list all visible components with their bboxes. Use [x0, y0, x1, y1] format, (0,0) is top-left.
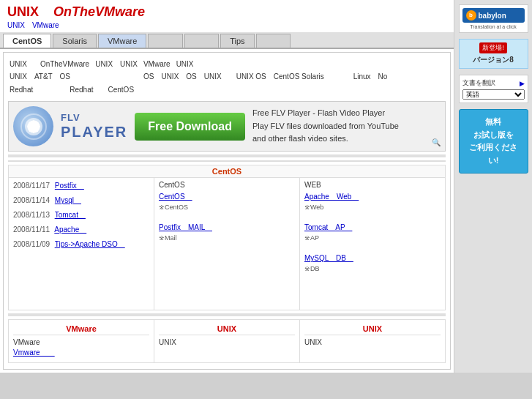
intro-row1: UNIX OnTheVMware UNIX UNIX VMware UNIX: [10, 59, 444, 70]
babylon-title: babylon: [479, 12, 506, 20]
breadcrumb-unix[interactable]: UNIX: [7, 21, 25, 29]
entry-postfix: 2008/11/17 Postfix: [13, 181, 149, 191]
breadcrumb-vmware[interactable]: VMware: [32, 21, 59, 29]
page-header: UNIX OnTheVMware UNIX VMware: [0, 0, 454, 32]
content-area: UNIX OnTheVMware UNIX UNIX VMware UNIX U…: [3, 52, 451, 370]
banner-desc-line2: Play FLV files downloaded from YouTube: [252, 120, 399, 133]
link-apache-web[interactable]: Apache Web: [304, 192, 441, 202]
trial-line1: 無料: [462, 116, 525, 129]
centos-section: [8, 160, 446, 162]
col3-entry-apache: Apache Web ※Web: [304, 192, 441, 211]
main-title: UNIX: [7, 4, 39, 20]
translate-widget: 文書を翻訳 ▶ 英語: [459, 75, 528, 103]
link-apache[interactable]: Apache: [54, 225, 86, 234]
tab-tips[interactable]: Tips: [220, 34, 254, 48]
date-mysql: 2008/11/14: [13, 196, 50, 204]
tab-centos[interactable]: CentOS: [3, 34, 51, 48]
centos-table: CentOS 2008/11/17 Postfix 2008/11/14 Mys…: [8, 165, 446, 310]
centos-col1: 2008/11/17 Postfix 2008/11/14 Mysql 2008…: [9, 178, 154, 310]
bottom-col2: UNIX UNIX: [154, 320, 300, 362]
flv-text: FLV PLAYER: [61, 113, 127, 139]
tag-db: ※DB: [304, 265, 320, 272]
trial-line2: お試し版を: [462, 129, 525, 142]
col3-entry-tomcat: Tomcat AP ※AP: [304, 223, 441, 242]
site-title: UNIX OnTheVMware: [7, 4, 446, 20]
link-postfix[interactable]: Postfix: [55, 182, 84, 190]
bottom-section: VMware VMware Vmware UNIX UNIX UNIX UNIX: [8, 319, 446, 363]
banner-desc-line1: Free FLV Player - Flash Video Player: [252, 107, 399, 120]
centos-header: CentOS: [9, 165, 445, 178]
col2-entry-centos: CentOS ※CentOS: [159, 192, 295, 211]
bottom-vmware-text: VMware: [13, 338, 149, 346]
sidebar: b babylon Translation at a click 新登場! バー…: [454, 0, 532, 373]
date-tomcat: 2008/11/13: [13, 211, 50, 219]
intro-item-3: UNIX UNIX: [95, 59, 138, 70]
centos-col3: WEB Apache Web ※Web Tomcat AP ※AP MySQL …: [300, 178, 445, 310]
bottom-vmware-link: Vmware: [13, 348, 149, 358]
link-vmware[interactable]: Vmware: [13, 348, 55, 357]
link-postfix-mail[interactable]: Postfix MAIL: [159, 223, 295, 233]
version-text: バージョン8: [462, 55, 525, 65]
intro-item-2: OnTheVMware: [40, 59, 89, 70]
version-badge-box: 新登場! バージョン8: [459, 39, 528, 69]
intro-row3: Redhat Redhat CentOS: [10, 84, 444, 95]
babylon-tagline: Translation at a click: [462, 24, 525, 29]
player-label: PLAYER: [61, 124, 127, 140]
new-badge: 新登場!: [479, 42, 507, 53]
banner-desc-line3: and other flash video sites.: [252, 133, 399, 146]
nav-tabs: CentOS Solaris VMware Tips: [0, 32, 454, 49]
link-tomcat-ap[interactable]: Tomcat AP: [304, 223, 441, 233]
tab-empty2[interactable]: [184, 34, 219, 48]
search-icon: 🔍: [432, 138, 441, 146]
tab-vmware[interactable]: VMware: [98, 34, 146, 48]
translate-arrow[interactable]: ▶: [520, 80, 525, 87]
bottom-col1: VMware VMware Vmware: [9, 320, 154, 362]
bottom-unix1-text: UNIX: [159, 338, 295, 346]
entry-tomcat: 2008/11/13 Tomcat: [13, 210, 149, 220]
tag-ap: ※AP: [304, 234, 319, 242]
intro-item-5: UNIX: [176, 59, 194, 70]
link-apachedso[interactable]: Tips->Apache DSO: [55, 240, 125, 248]
entry-apachedso: 2008/11/09 Tips->Apache DSO: [13, 239, 149, 250]
flv-label: FLV: [61, 113, 127, 123]
bottom-header-vmware: VMware: [13, 323, 149, 335]
translate-label: 文書を翻訳: [462, 78, 495, 88]
col2-label: CentOS: [159, 181, 295, 189]
tab-empty3[interactable]: [256, 34, 291, 48]
section-divider-2: [8, 313, 446, 316]
babylon-logo-icon: b: [466, 10, 476, 20]
link-centos-main[interactable]: CentOS: [159, 192, 295, 202]
sub-title: OnTheVMware: [53, 4, 145, 20]
banner-description: Free FLV Player - Flash Video Player Pla…: [252, 107, 399, 146]
language-select[interactable]: 英語: [462, 89, 525, 100]
bottom-header-unix1: UNIX: [159, 323, 295, 335]
date-apachedso: 2008/11/09: [13, 240, 50, 248]
translate-row: 文書を翻訳 ▶: [462, 78, 525, 88]
trial-line4: い!: [462, 154, 525, 168]
bottom-col3: UNIX UNIX: [300, 320, 445, 362]
col3-entry-mysql: MySQL DB ※DB: [304, 253, 441, 272]
trial-button[interactable]: 無料 お試し版を ご利用くださ い!: [459, 109, 528, 174]
tab-empty1[interactable]: [148, 34, 182, 48]
flv-circle-icon: [13, 106, 53, 146]
download-button[interactable]: Free Download: [135, 113, 245, 141]
section-divider: [8, 154, 446, 157]
centos-col2: CentOS CentOS ※CentOS Postfix MAIL ※Mail: [154, 178, 300, 310]
date-apache: 2008/11/11: [13, 225, 50, 234]
date-postfix: 2008/11/17: [13, 182, 50, 190]
bottom-unix2-text: UNIX: [304, 338, 441, 346]
col3-label: WEB: [304, 181, 441, 189]
intro-item-1: UNIX: [10, 59, 34, 70]
flv-logo: [13, 106, 53, 146]
tab-solaris[interactable]: Solaris: [53, 34, 97, 48]
tag-mail: ※Mail: [159, 234, 177, 242]
intro-text: UNIX OnTheVMware UNIX UNIX VMware UNIX U…: [8, 56, 446, 98]
banner-ad: FLV PLAYER Free Download Free FLV Player…: [8, 101, 446, 152]
link-tomcat[interactable]: Tomcat: [55, 211, 86, 219]
link-mysql[interactable]: Mysql: [55, 196, 81, 204]
entry-mysql: 2008/11/14 Mysql: [13, 195, 149, 206]
col2-entry-postfix: Postfix MAIL ※Mail: [159, 223, 295, 242]
centos-columns: 2008/11/17 Postfix 2008/11/14 Mysql 2008…: [9, 178, 445, 310]
link-mysql-db[interactable]: MySQL DB: [304, 253, 441, 264]
intro-row2: UNIX AT&T OS OS UNIX OS UNIX UNIX OS Cen…: [10, 71, 444, 82]
